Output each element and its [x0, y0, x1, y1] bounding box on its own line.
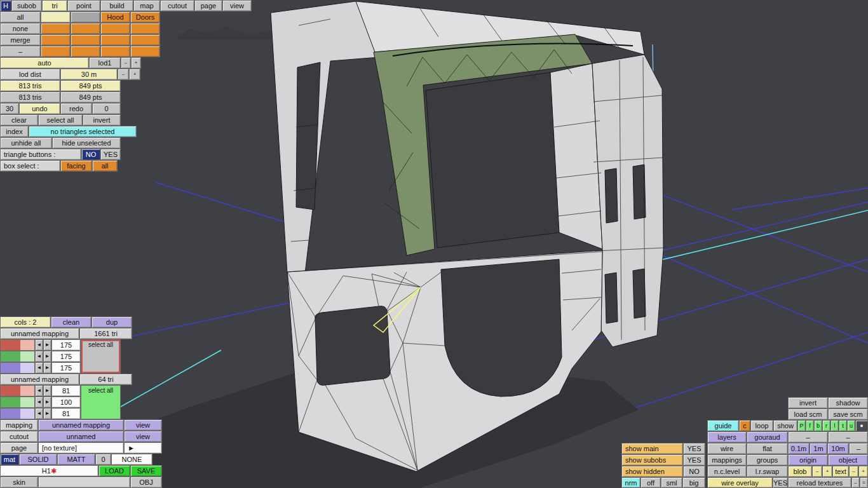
skin-button[interactable]: skin: [0, 477, 38, 488]
cutout-name-button[interactable]: unnamed: [38, 431, 124, 442]
group-select-all-button[interactable]: select all: [81, 385, 121, 419]
tab-view[interactable]: view: [222, 0, 252, 11]
slider-right-button[interactable]: ►: [43, 339, 51, 351]
subob-slot[interactable]: [71, 23, 100, 34]
undo-button[interactable]: undo: [19, 103, 60, 114]
reload-textures-button[interactable]: reload textures: [788, 477, 851, 488]
subob-dash-button[interactable]: –: [0, 46, 41, 57]
invert-button[interactable]: invert: [83, 114, 121, 126]
clear-button[interactable]: clear: [0, 114, 38, 126]
mapping-view-button[interactable]: view: [124, 419, 162, 431]
triangle-buttons-yes[interactable]: YES: [100, 149, 121, 160]
view-toggle-f[interactable]: f: [806, 420, 814, 431]
group-select-all-button[interactable]: select all: [81, 339, 121, 374]
subob-slot[interactable]: [71, 46, 100, 57]
color-slider-green[interactable]: [0, 351, 35, 362]
subob-slot[interactable]: [100, 23, 130, 34]
text-plus-button[interactable]: +: [858, 466, 868, 477]
blob-minus-button[interactable]: –: [812, 466, 822, 477]
mapping-group-name[interactable]: unnamed mapping: [0, 328, 79, 339]
subob-all-button[interactable]: all: [0, 11, 41, 23]
slider-value[interactable]: 81: [51, 385, 81, 396]
mapping-name-button[interactable]: unnamed mapping: [38, 419, 124, 431]
lrswap-button[interactable]: l.r.swap: [747, 466, 788, 477]
subob-group-doors[interactable]: Doors: [130, 11, 160, 23]
subob-slot[interactable]: [41, 46, 71, 57]
dash-button[interactable]: –: [849, 443, 868, 454]
show-main-toggle[interactable]: YES: [683, 443, 705, 454]
lod-dist-value[interactable]: 30 m: [60, 69, 118, 80]
color-slider-red[interactable]: [0, 385, 35, 396]
subob-group-hood[interactable]: Hood: [100, 11, 130, 23]
subob-slot[interactable]: [100, 34, 130, 46]
redo-button[interactable]: redo: [60, 103, 92, 114]
wire-overlay-button[interactable]: wire overlay: [707, 477, 773, 488]
flat-button[interactable]: flat: [747, 443, 788, 454]
lod-plus-button[interactable]: +: [131, 57, 141, 69]
subob-slot[interactable]: [41, 11, 71, 23]
slider-right-button[interactable]: ►: [43, 408, 51, 419]
dup-button[interactable]: dup: [92, 316, 132, 328]
show-button[interactable]: show: [773, 420, 797, 431]
color-slider-purple[interactable]: [0, 408, 35, 419]
subob-none-button[interactable]: none: [0, 23, 41, 34]
tab-tri[interactable]: tri: [42, 0, 67, 11]
slider-left-button[interactable]: ◄: [35, 385, 43, 396]
tab-cutout[interactable]: cutout: [160, 0, 194, 11]
save-button[interactable]: SAVE: [130, 465, 162, 477]
grid-01m-button[interactable]: 0.1m: [788, 443, 810, 454]
slider-right-button[interactable]: ►: [43, 351, 51, 362]
subob-slot[interactable]: [100, 46, 130, 57]
c-button[interactable]: c: [739, 420, 750, 431]
tab-subob[interactable]: subob: [11, 0, 42, 11]
cols-button[interactable]: cols : 2: [0, 316, 51, 328]
tab-point[interactable]: point: [67, 0, 100, 11]
text-button[interactable]: text: [832, 466, 849, 477]
file-name-field[interactable]: H1✱: [0, 465, 98, 477]
lod-minus-button[interactable]: –: [121, 57, 131, 69]
dot-icon[interactable]: ●: [855, 420, 868, 431]
subob-slot[interactable]: [130, 23, 160, 34]
hide-unselected-button[interactable]: hide unselected: [52, 137, 121, 149]
load-scm-button[interactable]: load scm: [788, 409, 828, 420]
slider-left-button[interactable]: ◄: [35, 339, 43, 351]
mat-num-button[interactable]: 0: [95, 454, 111, 465]
nrm-button[interactable]: nrm: [621, 477, 641, 488]
show-hidden-toggle[interactable]: NO: [683, 466, 705, 477]
groups-button[interactable]: groups: [747, 454, 788, 466]
subob-merge-button[interactable]: merge: [0, 34, 41, 46]
triangle-buttons-no[interactable]: NO: [81, 149, 100, 160]
subob-slot[interactable]: [41, 34, 71, 46]
slider-value[interactable]: 175: [51, 339, 81, 351]
blob-button[interactable]: blob: [788, 466, 812, 477]
slider-value[interactable]: 175: [51, 351, 81, 362]
view-toggle-u[interactable]: u: [847, 420, 855, 431]
tab-build[interactable]: build: [100, 0, 133, 11]
object-button[interactable]: object: [828, 454, 868, 466]
tab-page[interactable]: page: [194, 0, 222, 11]
view-toggle-b[interactable]: b: [814, 420, 822, 431]
grid-1m-button[interactable]: 1m: [810, 443, 827, 454]
slider-right-button[interactable]: ►: [43, 396, 51, 408]
select-all-button[interactable]: select all: [38, 114, 83, 126]
lod-dist-plus-button[interactable]: +: [129, 69, 140, 80]
slider-value[interactable]: 100: [51, 396, 81, 408]
mat-solid-button[interactable]: SOLID: [19, 454, 57, 465]
mat-none-button[interactable]: NONE: [111, 454, 153, 465]
page-texture-value[interactable]: [no texture]: [38, 442, 124, 454]
nrm-off-button[interactable]: off: [641, 477, 661, 488]
view-toggle-r[interactable]: r: [822, 420, 831, 431]
load-button[interactable]: LOAD: [98, 465, 130, 477]
slider-left-button[interactable]: ◄: [35, 408, 43, 419]
dash-button[interactable]: –: [828, 431, 868, 443]
gouraud-button[interactable]: gouraud: [747, 431, 788, 443]
tab-map[interactable]: map: [133, 0, 160, 11]
text-minus-button[interactable]: –: [849, 466, 858, 477]
subob-slot[interactable]: [130, 34, 160, 46]
lod-dist-minus-button[interactable]: –: [118, 69, 129, 80]
layers-button[interactable]: layers: [707, 431, 747, 443]
origin-button[interactable]: origin: [788, 454, 828, 466]
show-subobs-toggle[interactable]: YES: [683, 454, 705, 466]
mappings-button[interactable]: mappings: [707, 454, 747, 466]
slider-left-button[interactable]: ◄: [35, 396, 43, 408]
